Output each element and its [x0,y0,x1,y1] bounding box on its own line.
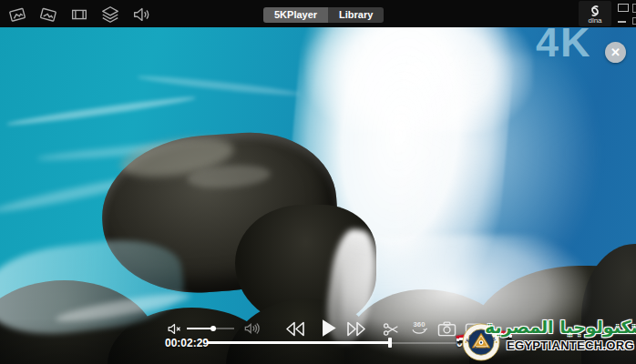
rotate-screen-right-icon[interactable] [38,5,58,25]
4k-watermark: 4K [536,27,592,66]
volume-icon[interactable] [131,5,151,25]
volume-fill [187,328,213,330]
titlebar: 5KPlayer Library dlna [0,0,636,27]
play-icon[interactable] [316,316,340,344]
seek-fill [207,341,390,344]
fast-forward-icon[interactable] [344,319,368,342]
window-controls [618,4,631,23]
seek-thumb[interactable] [388,338,392,348]
rotate-360-icon[interactable]: 360 [409,319,429,341]
elapsed-time: 00:02:29 [165,337,209,349]
titlebar-tools [7,5,151,25]
tab-library[interactable]: Library [328,7,384,23]
watermark-site-url: EGYPTIANTECH.ORG [507,339,634,352]
volume-waves-icon [242,319,261,341]
tab-5kplayer[interactable]: 5KPlayer [263,7,328,23]
close-icon[interactable]: ✕ [605,42,626,63]
svg-text:360: 360 [414,320,426,329]
egyptiantech-watermark: EGYPTIAN TECH التكنولوجيا المصرية EGYPTI… [452,315,636,364]
maximize-icon[interactable] [618,4,629,12]
sea-foam [137,74,301,98]
mode-tabs: 5KPlayer Library [263,7,384,23]
clipped-window-icon [632,4,636,13]
dlna-label: dlna [588,17,601,25]
watermark-arabic-title: التكنولوجيا المصرية [505,315,636,339]
volume-slider[interactable] [187,328,234,329]
seek-bar[interactable] [207,342,476,344]
sea-foam [5,94,196,127]
volume-thumb[interactable] [210,326,216,331]
playlist-layers-icon[interactable] [100,5,120,25]
minimize-icon[interactable] [618,21,626,23]
rotate-screen-left-icon[interactable] [7,5,27,25]
rewind-icon[interactable] [283,319,307,342]
video-canvas[interactable]: 4K [0,27,636,364]
player-window: 5KPlayer Library dlna [0,0,636,364]
clipped-window-icon [632,17,636,25]
aspect-ratio-icon[interactable] [69,5,89,25]
dlna-button[interactable]: dlna [579,1,611,26]
